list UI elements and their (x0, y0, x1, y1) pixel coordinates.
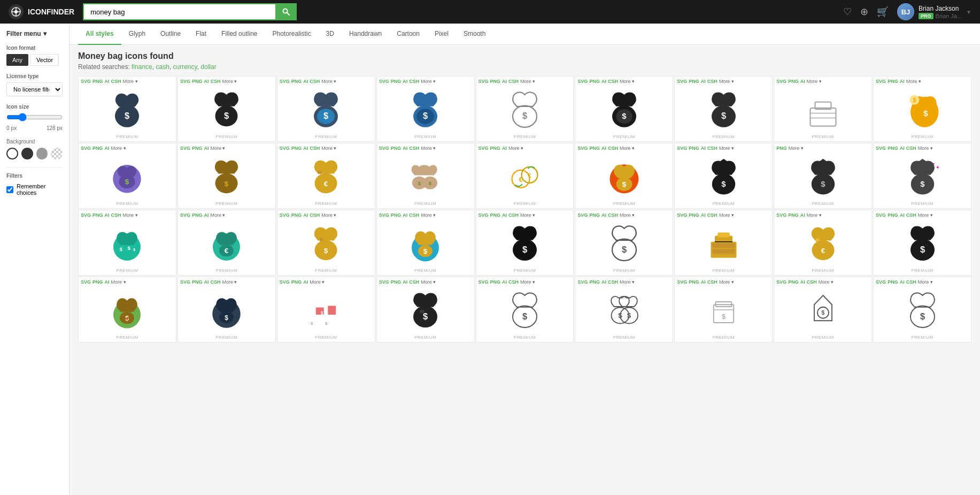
filter-menu-button[interactable]: Filter menu ▾ (6, 30, 63, 37)
icon-item-32[interactable]: SVG PNG AI CSH More ▾ $ PREMIUM (476, 277, 574, 342)
icon-item-18[interactable]: SVG PNG AI CSH More ▾ $ ✦ ✦ (873, 143, 971, 209)
filters-section: Filters Remember choices (6, 167, 63, 196)
tab-smooth[interactable]: Smooth (456, 24, 493, 45)
svg-point-92 (126, 317, 129, 320)
search-input[interactable] (83, 3, 275, 20)
icon-item-28[interactable]: SVG PNG AI More ▾ $ PREMIUM (78, 277, 176, 342)
tab-all-styles[interactable]: All styles (78, 24, 121, 45)
tab-pixel[interactable]: Pixel (427, 24, 456, 45)
favorites-icon[interactable]: ♡ (843, 6, 852, 18)
icon-item-35[interactable]: SVG PNG AI CSH More ▾ $ PREMIUM (774, 277, 872, 342)
icon-item-23[interactable]: SVG PNG AI CSH More ▾ $ PREMIUM (476, 210, 574, 276)
related-dollar[interactable]: dollar (200, 63, 216, 71)
icon-item-25[interactable]: SVG PNG AI CSH More ▾ PRE (674, 210, 773, 276)
svg-text:$: $ (325, 321, 328, 325)
license-select[interactable]: No license filtering (6, 82, 63, 96)
icon-item-30[interactable]: SVG PNG AI More ▾ $ $ $ PREMIUM (277, 277, 375, 342)
tab-cartoon[interactable]: Cartoon (389, 24, 427, 45)
icon-item-12[interactable]: SVG PNG AI CSH More ▾ € PREMIUM (277, 143, 375, 209)
search-button[interactable] (275, 3, 297, 20)
premium-label-1: PREMIUM (116, 134, 138, 139)
svg-rect-39 (318, 171, 322, 174)
icon-item-15[interactable]: SVG PNG AI CSH More ▾ $ PREMIUM (575, 143, 673, 209)
related-currency[interactable]: currency (173, 63, 197, 71)
icon-item-7[interactable]: SVG PNG AI CSH More ▾ $ PREMIUM (674, 76, 773, 142)
related-cash[interactable]: cash (156, 63, 169, 71)
size-slider-container (6, 113, 63, 123)
bg-gray-option[interactable] (36, 148, 48, 159)
format-bar-1: SVG PNG AI CSH More ▾ (81, 79, 174, 84)
logo[interactable]: ICONFINDER (9, 4, 74, 19)
svg-text:$: $ (429, 180, 432, 186)
icon-item-17[interactable]: PNG More ▾ $ PREMIUM (774, 143, 872, 209)
icon-item-8[interactable]: SVG PNG AI More ▾ PREMIUM (774, 76, 872, 142)
svg-text:€: € (528, 172, 531, 179)
icon-image-23: $ (503, 222, 546, 265)
notifications-icon[interactable]: ⊕ (860, 6, 868, 18)
dropdown-arrow-icon[interactable]: ▼ (966, 9, 971, 15)
header-icons: ♡ ⊕ 🛒 (843, 6, 889, 18)
svg-text:€: € (821, 246, 825, 254)
svg-text:$: $ (821, 179, 825, 188)
icon-item-19[interactable]: SVG PNG AI CSH More ▾ $ $ $ PREMIUM (78, 210, 176, 276)
pro-badge: PRO (919, 13, 933, 19)
cart-icon[interactable]: 🛒 (877, 6, 889, 18)
icon-item-9[interactable]: SVG PNG AI More ▾ $ $ PREMIUM (873, 76, 971, 142)
icon-item-36[interactable]: SVG PNG AI CSH More ▾ $ PREMIUM (873, 277, 971, 342)
icon-item-2[interactable]: SVG PNG AI CSH More ▾ $ PREMIUM (178, 76, 276, 142)
icon-image-36: $ (901, 289, 944, 332)
related-finance[interactable]: finance (132, 63, 152, 71)
tab-photorealistic[interactable]: Photorealistic (265, 24, 318, 45)
size-min: 0 px (6, 125, 17, 131)
icon-item-34[interactable]: SVG PNG AI CSH More ▾ $ PREMIUM (674, 277, 773, 342)
icon-item-4[interactable]: SVG PNG AI CSH More ▾ $ PREMIUM (376, 76, 475, 142)
icon-item-20[interactable]: SVG PNG AI More ▾ € PREMIUM (178, 210, 276, 276)
icon-item-21[interactable]: SVG PNG AI CSH More ▾ $ PREMIUM (277, 210, 375, 276)
icon-image-3: $ (305, 88, 348, 131)
svg-text:$: $ (423, 311, 428, 321)
icon-item-26[interactable]: SVG PNG AI More ▾ € PREMIUM (774, 210, 872, 276)
icon-item-29[interactable]: SVG PNG AI CSH More ▾ $ PREMIUM (178, 277, 276, 342)
format-vector-button[interactable]: Vector (30, 54, 59, 66)
user-menu[interactable]: BJ Brian Jackson PRO Brian Ja... ▼ (897, 3, 971, 20)
tab-handdrawn[interactable]: Handdrawn (342, 24, 389, 45)
icon-item-3[interactable]: SVG PNG AI CSH More ▾ $ PREMIUM (277, 76, 375, 142)
format-any-button[interactable]: Any (6, 54, 28, 66)
icon-item-10[interactable]: SVG PNG AI More ▾ $ PREMIUM (78, 143, 176, 209)
bg-white-option[interactable] (6, 148, 18, 159)
icon-item-6[interactable]: SVG PNG AI CSH More ▾ $ PREMIUM (575, 76, 673, 142)
icon-item-31[interactable]: SVG PNG AI CSH More ▾ $ PREMIUM (376, 277, 475, 342)
bg-black-option[interactable] (21, 148, 33, 159)
remember-choices-checkbox[interactable]: Remember choices (6, 183, 63, 196)
svg-text:€: € (225, 246, 229, 254)
icon-item-22[interactable]: SVG PNG AI CSH More ▾ $ PREMIUM (376, 210, 475, 276)
icons-grid: SVG PNG AI CSH More ▾ $ PREMIUM (70, 75, 980, 351)
svg-text:$: $ (923, 108, 928, 117)
icon-image-11: $ (205, 155, 248, 198)
tab-glyph[interactable]: Glyph (121, 24, 153, 45)
bg-checkered-option[interactable] (51, 148, 63, 159)
icon-image-25 (702, 222, 745, 265)
icon-item-33[interactable]: SVG PNG AI CSH More ▾ $ $ P (575, 277, 673, 342)
size-values: 0 px 128 px (6, 125, 63, 131)
svg-text:$: $ (423, 111, 428, 120)
icon-item-24[interactable]: SVG PNG AI CSH More ▾ $ PREMIUM (575, 210, 673, 276)
search-bar[interactable] (83, 3, 297, 20)
icon-item-11[interactable]: SVG PNG AI More ▾ $ PREMIUM (178, 143, 276, 209)
icon-item-1[interactable]: SVG PNG AI CSH More ▾ $ PREMIUM (78, 76, 176, 142)
icon-item-5[interactable]: SVG PNG AI CSH More ▾ $ PREMIUM (476, 76, 574, 142)
tab-filled-outline[interactable]: Filled outline (214, 24, 265, 45)
icon-image-31: $ (404, 289, 447, 332)
icon-item-27[interactable]: SVG PNG AI CSH More ▾ $ PREMIUM (873, 210, 971, 276)
svg-rect-82 (717, 232, 730, 237)
icon-item-16[interactable]: SVG PNG AI CSH More ▾ $ PREMIUM (674, 143, 773, 209)
background-label: Background (6, 139, 63, 144)
icon-image-10: $ (106, 155, 149, 198)
tab-outline[interactable]: Outline (153, 24, 188, 45)
tab-flat[interactable]: Flat (188, 24, 214, 45)
icon-image-1: $ (106, 88, 149, 131)
icon-item-13[interactable]: SVG PNG AI CSH More ▾ $ $ P (376, 143, 475, 209)
icon-item-14[interactable]: SVG PNG AI More ▾ € € PREMIUM (476, 143, 574, 209)
size-slider[interactable] (6, 113, 63, 121)
tab-3d[interactable]: 3D (319, 24, 342, 45)
